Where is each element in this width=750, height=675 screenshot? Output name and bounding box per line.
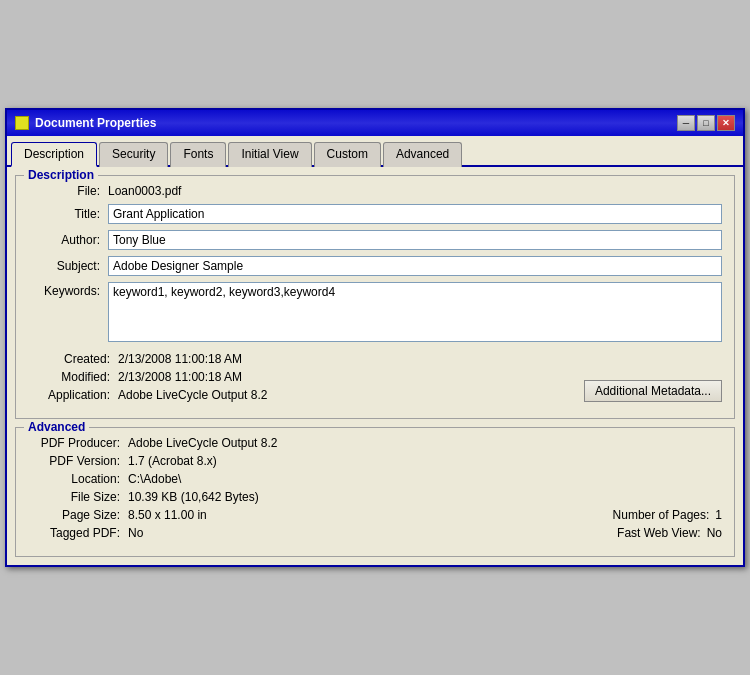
close-button[interactable]: ✕ xyxy=(717,115,735,131)
metadata-section: Created: 2/13/2008 11:00:18 AM Modified:… xyxy=(28,352,722,402)
file-size-row: File Size: 10.39 KB (10,642 Bytes) xyxy=(28,490,722,504)
description-group: Description File: Loan0003.pdf Title: Au… xyxy=(15,175,735,419)
tab-description[interactable]: Description xyxy=(11,142,97,167)
num-pages-label: Number of Pages: xyxy=(613,508,710,522)
tab-custom[interactable]: Custom xyxy=(314,142,381,167)
content-area: Description File: Loan0003.pdf Title: Au… xyxy=(7,167,743,565)
keywords-row: Keywords: xyxy=(28,282,722,342)
title-label: Title: xyxy=(28,207,108,221)
file-value: Loan0003.pdf xyxy=(108,184,181,198)
file-size-label: File Size: xyxy=(28,490,128,504)
description-section-title: Description xyxy=(24,168,98,182)
created-value: 2/13/2008 11:00:18 AM xyxy=(118,352,242,366)
tagged-pdf-label: Tagged PDF: xyxy=(28,526,128,540)
minimize-button[interactable]: ─ xyxy=(677,115,695,131)
created-row: Created: 2/13/2008 11:00:18 AM xyxy=(28,352,722,366)
tab-initial-view[interactable]: Initial View xyxy=(228,142,311,167)
title-bar-buttons: ─ □ ✕ xyxy=(677,115,735,131)
title-bar: Document Properties ─ □ ✕ xyxy=(7,110,743,136)
tab-advanced[interactable]: Advanced xyxy=(383,142,462,167)
application-label: Application: xyxy=(28,388,118,402)
tab-bar: Description Security Fonts Initial View … xyxy=(7,136,743,167)
file-label: File: xyxy=(28,184,108,198)
subject-input[interactable] xyxy=(108,256,722,276)
additional-metadata-button[interactable]: Additional Metadata... xyxy=(584,380,722,402)
application-value: Adobe LiveCycle Output 8.2 xyxy=(118,388,267,402)
modified-label: Modified: xyxy=(28,370,118,384)
location-value: C:\Adobe\ xyxy=(128,472,722,486)
window-title: Document Properties xyxy=(35,116,156,130)
author-label: Author: xyxy=(28,233,108,247)
advanced-section-title: Advanced xyxy=(24,420,89,434)
tagged-pdf-row: Tagged PDF: No Fast Web View: No xyxy=(28,526,722,540)
location-row: Location: C:\Adobe\ xyxy=(28,472,722,486)
pdf-version-row: PDF Version: 1.7 (Acrobat 8.x) xyxy=(28,454,722,468)
pdf-producer-row: PDF Producer: Adobe LiveCycle Output 8.2 xyxy=(28,436,722,450)
author-input[interactable] xyxy=(108,230,722,250)
fast-web-view-label: Fast Web View: xyxy=(617,526,701,540)
file-size-value: 10.39 KB (10,642 Bytes) xyxy=(128,490,722,504)
keywords-label: Keywords: xyxy=(28,282,108,298)
pdf-version-value: 1.7 (Acrobat 8.x) xyxy=(128,454,722,468)
num-pages-value: 1 xyxy=(715,508,722,522)
title-bar-text: Document Properties xyxy=(15,116,156,130)
document-properties-window: Document Properties ─ □ ✕ Description Se… xyxy=(5,108,745,567)
pdf-producer-value: Adobe LiveCycle Output 8.2 xyxy=(128,436,722,450)
page-size-row: Page Size: 8.50 x 11.00 in Number of Pag… xyxy=(28,508,722,522)
author-row: Author: xyxy=(28,230,722,250)
maximize-button[interactable]: □ xyxy=(697,115,715,131)
title-row: Title: xyxy=(28,204,722,224)
subject-label: Subject: xyxy=(28,259,108,273)
pdf-producer-label: PDF Producer: xyxy=(28,436,128,450)
location-label: Location: xyxy=(28,472,128,486)
tab-fonts[interactable]: Fonts xyxy=(170,142,226,167)
file-row: File: Loan0003.pdf xyxy=(28,184,722,198)
pdf-version-label: PDF Version: xyxy=(28,454,128,468)
subject-row: Subject: xyxy=(28,256,722,276)
modified-value: 2/13/2008 11:00:18 AM xyxy=(118,370,242,384)
tab-security[interactable]: Security xyxy=(99,142,168,167)
title-input[interactable] xyxy=(108,204,722,224)
page-size-value: 8.50 x 11.00 in xyxy=(128,508,207,522)
page-size-label: Page Size: xyxy=(28,508,128,522)
tagged-pdf-value: No xyxy=(128,526,143,540)
window-icon xyxy=(15,116,29,130)
fast-web-view-value: No xyxy=(707,526,722,540)
advanced-group: Advanced PDF Producer: Adobe LiveCycle O… xyxy=(15,427,735,557)
keywords-input[interactable] xyxy=(108,282,722,342)
created-label: Created: xyxy=(28,352,118,366)
